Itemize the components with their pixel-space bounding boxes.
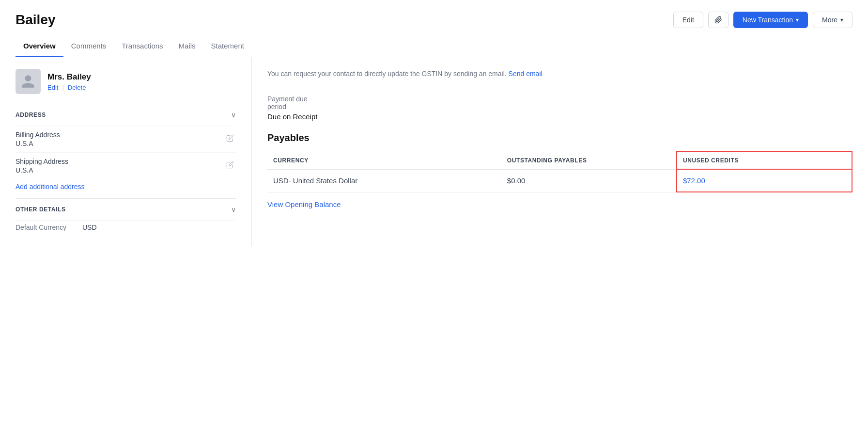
attach-button[interactable]	[708, 12, 728, 28]
td-currency: USD- United States Dollar	[267, 169, 501, 192]
payment-due-label: Payment dueperiod	[267, 95, 852, 111]
other-details-section-header[interactable]: OTHER DETAILS ∨	[16, 198, 236, 220]
default-currency-value: USD	[82, 223, 97, 231]
tab-overview[interactable]: Overview	[16, 36, 63, 57]
contact-action-links: Edit | Delete	[47, 84, 91, 91]
table-header-row: CURRENCY OUTSTANDING PAYABLES UNUSED CRE…	[267, 152, 852, 169]
shipping-address-edit-button[interactable]	[224, 159, 236, 173]
default-currency-row: Default Currency USD	[16, 220, 236, 234]
gstin-notice: You can request your contact to directly…	[267, 69, 852, 79]
tab-transactions[interactable]: Transactions	[114, 36, 170, 57]
edit-button[interactable]: Edit	[673, 12, 703, 28]
shipping-address-row: Shipping Address U.S.A	[16, 158, 236, 174]
contact-delete-link[interactable]: Delete	[68, 84, 86, 91]
shipping-address-label: Shipping Address	[16, 158, 68, 165]
th-currency: CURRENCY	[267, 152, 501, 169]
contact-edit-link[interactable]: Edit	[47, 84, 58, 91]
page-title: Bailey	[16, 12, 56, 28]
payables-title: Payables	[267, 132, 852, 143]
table-row: USD- United States Dollar $0.00 $72.00	[267, 169, 852, 192]
gstin-notice-text: You can request your contact to directly…	[267, 70, 507, 78]
default-currency-label: Default Currency	[16, 223, 78, 231]
payment-due-section: Payment dueperiod Due on Receipt	[267, 95, 852, 121]
add-additional-address-link[interactable]: Add additional address	[16, 183, 236, 191]
shipping-address-value: U.S.A	[16, 166, 68, 174]
contact-info: Mrs. Bailey Edit | Delete	[16, 69, 236, 94]
address-chevron-icon: ∨	[231, 111, 236, 119]
th-credits: UNUSED CREDITS	[677, 152, 852, 169]
payables-table: CURRENCY OUTSTANDING PAYABLES UNUSED CRE…	[267, 151, 852, 192]
pencil-icon	[226, 161, 234, 169]
shipping-address-item: Shipping Address U.S.A	[16, 152, 236, 179]
billing-address-value: U.S.A	[16, 140, 60, 147]
link-divider: |	[62, 84, 63, 91]
user-icon	[20, 74, 36, 89]
more-button[interactable]: More	[813, 12, 852, 28]
tab-comments[interactable]: Comments	[63, 36, 114, 57]
payment-due-value: Due on Receipt	[267, 112, 852, 121]
right-panel: You can request your contact to directly…	[252, 57, 868, 246]
paperclip-icon	[714, 16, 722, 24]
contact-details: Mrs. Bailey Edit | Delete	[47, 72, 91, 91]
billing-address-item: Billing Address U.S.A	[16, 126, 236, 152]
avatar	[16, 69, 41, 94]
billing-address-edit-button[interactable]	[224, 132, 236, 146]
tab-statement[interactable]: Statement	[203, 36, 252, 57]
tab-mails[interactable]: Mails	[171, 36, 203, 57]
view-opening-balance-link[interactable]: View Opening Balance	[267, 200, 341, 208]
other-details-chevron-icon: ∨	[231, 206, 236, 213]
shipping-address-content: Shipping Address U.S.A	[16, 158, 68, 174]
billing-address-content: Billing Address U.S.A	[16, 131, 60, 147]
th-outstanding: OUTSTANDING PAYABLES	[501, 152, 677, 169]
contact-name: Mrs. Bailey	[47, 72, 91, 82]
pencil-icon	[226, 134, 234, 142]
page-header: Bailey Edit New Transaction More	[0, 0, 868, 36]
divider	[267, 87, 852, 87]
other-details-section-label: OTHER DETAILS	[16, 206, 66, 213]
left-panel: Mrs. Bailey Edit | Delete ADDRESS ∨ Bill…	[0, 57, 252, 246]
td-credits: $72.00	[677, 169, 852, 192]
new-transaction-button[interactable]: New Transaction	[733, 12, 808, 28]
main-content: Mrs. Bailey Edit | Delete ADDRESS ∨ Bill…	[0, 57, 868, 246]
send-email-link[interactable]: Send email	[509, 70, 542, 78]
td-outstanding: $0.00	[501, 169, 677, 192]
billing-address-row: Billing Address U.S.A	[16, 131, 236, 147]
billing-address-label: Billing Address	[16, 131, 60, 139]
address-section-label: ADDRESS	[16, 112, 46, 118]
tab-bar: Overview Comments Transactions Mails Sta…	[0, 36, 868, 57]
header-actions: Edit New Transaction More	[673, 12, 852, 28]
address-section-header[interactable]: ADDRESS ∨	[16, 104, 236, 126]
